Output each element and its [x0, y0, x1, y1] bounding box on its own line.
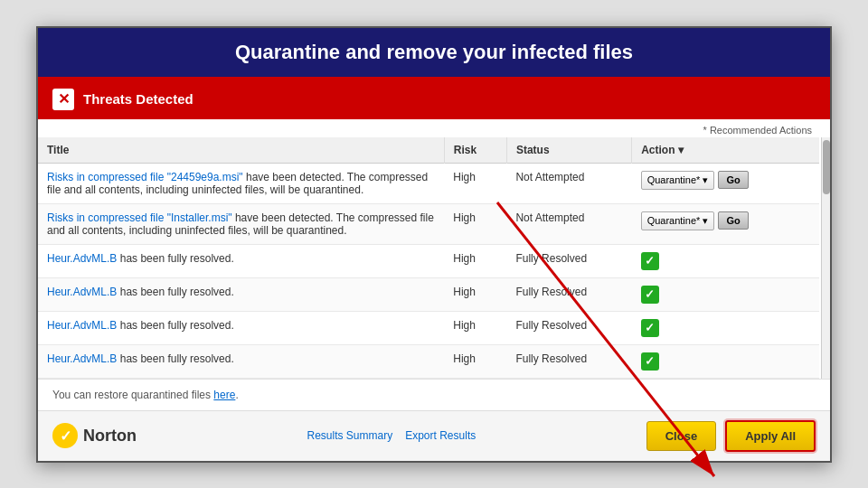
action-dropdown-group: Quarantine* ▾Go	[641, 171, 810, 190]
bottom-links: Results Summary Export Results	[307, 429, 476, 442]
footer-note: You can restore quarantined files here.	[38, 379, 830, 410]
cell-risk: High	[444, 163, 506, 203]
cell-status: Fully Resolved	[506, 277, 631, 311]
cell-risk: High	[444, 344, 506, 378]
threat-title-link[interactable]: Risks in compressed file "24459e9a.msi"	[47, 171, 243, 183]
cell-action: Quarantine* ▾Go	[632, 163, 819, 203]
action-dropdown-group: Quarantine* ▾Go	[641, 211, 810, 230]
threat-title-text: has been fully resolved.	[117, 252, 233, 265]
table-wrapper: Title Risk Status Action ▾ Risks in comp…	[38, 137, 830, 379]
cell-title: Heur.AdvML.B has been fully resolved.	[38, 311, 444, 344]
scrollbar[interactable]	[821, 137, 830, 379]
norton-name: Norton	[83, 427, 137, 446]
resolved-check-icon: ✓	[641, 286, 659, 304]
threat-title-link[interactable]: Risks in compressed file "Installer.msi"	[47, 211, 232, 224]
close-button[interactable]: Close	[646, 421, 716, 451]
threats-label: Threats Detected	[83, 91, 193, 107]
x-icon: ✕	[52, 89, 74, 110]
resolved-check-icon: ✓	[641, 352, 659, 371]
quarantine-dropdown[interactable]: Quarantine* ▾	[641, 171, 715, 190]
threats-table: Title Risk Status Action ▾ Risks in comp…	[38, 137, 819, 379]
threat-title-link[interactable]: Heur.AdvML.B	[47, 252, 117, 265]
threat-title-text: has been fully resolved.	[117, 352, 233, 365]
cell-action: ✓	[632, 244, 819, 277]
cell-risk: High	[444, 311, 506, 344]
cell-action: ✓	[632, 311, 819, 344]
recommended-note: * Recommended Actions	[38, 119, 830, 137]
threat-title-link[interactable]: Heur.AdvML.B	[47, 319, 117, 332]
cell-status: Fully Resolved	[506, 344, 631, 378]
norton-logo: ✓ Norton	[52, 423, 137, 448]
table-row: Heur.AdvML.B has been fully resolved.Hig…	[38, 244, 819, 277]
cell-risk: High	[444, 277, 506, 311]
bottom-buttons: Close Apply All	[646, 420, 816, 452]
table-row: Heur.AdvML.B has been fully resolved.Hig…	[38, 311, 819, 344]
cell-title: Heur.AdvML.B has been fully resolved.	[38, 344, 444, 378]
results-summary-link[interactable]: Results Summary	[307, 429, 393, 442]
table-row: Risks in compressed file "24459e9a.msi" …	[38, 163, 819, 203]
threat-title-link[interactable]: Heur.AdvML.B	[47, 286, 117, 298]
table-row: Heur.AdvML.B has been fully resolved.Hig…	[38, 277, 819, 311]
cell-status: Not Attempted	[506, 163, 631, 203]
threat-title-text: has been fully resolved.	[117, 286, 233, 298]
resolved-check-icon: ✓	[641, 319, 659, 337]
col-title: Title	[38, 137, 444, 164]
go-button[interactable]: Go	[718, 211, 748, 230]
cell-risk: High	[444, 203, 506, 244]
resolved-check-icon: ✓	[641, 252, 659, 270]
cell-title: Risks in compressed file "Installer.msi"…	[38, 203, 444, 244]
table-row: Heur.AdvML.B has been fully resolved.Hig…	[38, 344, 819, 378]
cell-title: Risks in compressed file "24459e9a.msi" …	[38, 163, 444, 203]
col-risk: Risk	[444, 137, 506, 164]
scrollbar-thumb	[823, 140, 830, 194]
table-row: Risks in compressed file "Installer.msi"…	[38, 203, 819, 244]
col-status: Status	[506, 137, 631, 164]
cell-title: Heur.AdvML.B has been fully resolved.	[38, 277, 444, 311]
banner: Quarantine and remove your infected file…	[38, 28, 830, 80]
threat-title-text: has been fully resolved.	[117, 319, 233, 332]
cell-status: Fully Resolved	[506, 311, 631, 344]
threat-title-link[interactable]: Heur.AdvML.B	[47, 352, 117, 365]
col-action: Action ▾	[632, 137, 819, 164]
export-results-link[interactable]: Export Results	[405, 429, 476, 442]
threats-header: ✕ Threats Detected	[38, 80, 830, 119]
cell-title: Heur.AdvML.B has been fully resolved.	[38, 244, 444, 277]
norton-check-icon: ✓	[52, 423, 78, 448]
cell-action: ✓	[632, 344, 819, 378]
go-button[interactable]: Go	[718, 171, 748, 189]
banner-text: Quarantine and remove your infected file…	[235, 41, 633, 63]
main-window: Quarantine and remove your infected file…	[36, 26, 832, 463]
content-area: * Recommended Actions Title Risk Status …	[38, 119, 830, 410]
bottom-bar: ✓ Norton Results Summary Export Results …	[38, 410, 830, 461]
apply-all-button[interactable]: Apply All	[725, 420, 816, 452]
cell-status: Not Attempted	[506, 203, 631, 244]
quarantine-dropdown[interactable]: Quarantine* ▾	[641, 211, 715, 230]
cell-risk: High	[444, 244, 506, 277]
restore-link[interactable]: here	[213, 389, 235, 401]
cell-action: Quarantine* ▾Go	[632, 203, 819, 244]
cell-action: ✓	[632, 277, 819, 311]
cell-status: Fully Resolved	[506, 244, 631, 277]
